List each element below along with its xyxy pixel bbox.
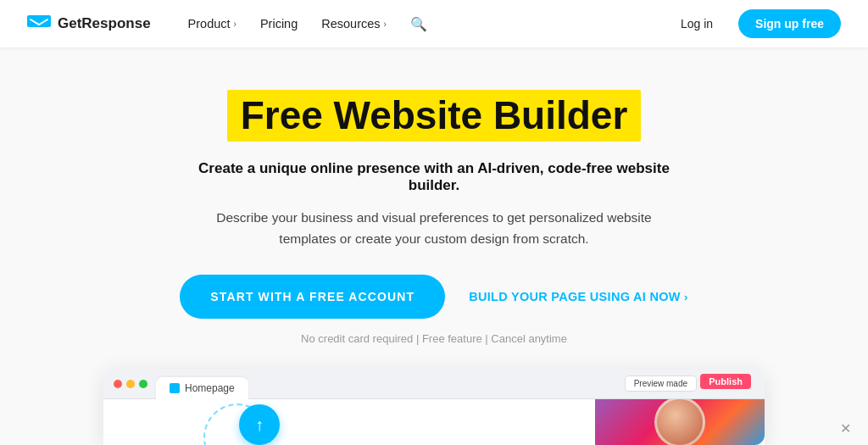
hero-title: Free Website Builder [227, 90, 642, 142]
hero-description: Describe your business and visual prefer… [197, 208, 671, 250]
browser-bar: Homepage Preview made Publish [103, 369, 765, 399]
tab-favicon [170, 383, 180, 393]
build-with-ai-button[interactable]: BUILD YOUR PAGE USING AI NOW › [469, 290, 687, 303]
nav-right: Log in Sign up free [665, 9, 841, 38]
logo-text: GetResponse [58, 15, 151, 32]
nav-links: Product › Pricing Resources › 🔍 [178, 11, 665, 37]
scroll-down-button[interactable]: ↑ [239, 404, 280, 445]
navbar: GetResponse Product › Pricing Resources … [0, 0, 868, 47]
hero-note: No credit card required | Free feature |… [301, 332, 567, 345]
preview-browser: Homepage Preview made Publish [103, 369, 765, 445]
minimize-dot [126, 380, 135, 388]
preview-badge: Preview made [625, 375, 697, 392]
hero-subtitle: Create a unique online presence with an … [171, 160, 697, 194]
login-button[interactable]: Log in [665, 10, 728, 37]
publish-button[interactable]: Publish [700, 374, 751, 389]
logo-icon [27, 15, 51, 32]
nav-item-product[interactable]: Product › [178, 12, 247, 36]
logo[interactable]: GetResponse [27, 15, 151, 32]
chevron-down-icon: › [384, 19, 387, 29]
chevron-down-icon: › [234, 19, 236, 29]
maximize-dot [139, 380, 147, 388]
start-free-account-button[interactable]: START WITH A FREE ACCOUNT [180, 275, 445, 319]
hero-section: Free Website Builder Create a unique onl… [0, 47, 868, 445]
signup-button[interactable]: Sign up free [738, 9, 841, 38]
preview-face [654, 399, 705, 445]
preview-image [595, 399, 765, 445]
hero-cta: START WITH A FREE ACCOUNT BUILD YOUR PAG… [180, 275, 687, 319]
close-icon[interactable]: ✕ [840, 420, 851, 437]
arrow-icon: › [684, 291, 688, 303]
preview-image-placeholder [595, 399, 765, 445]
browser-tab: Homepage [156, 377, 248, 399]
close-dot [114, 380, 122, 388]
nav-item-pricing[interactable]: Pricing [250, 12, 308, 36]
nav-item-resources[interactable]: Resources › [311, 12, 397, 36]
browser-traffic-lights [114, 380, 147, 388]
search-icon[interactable]: 🔍 [400, 11, 437, 37]
